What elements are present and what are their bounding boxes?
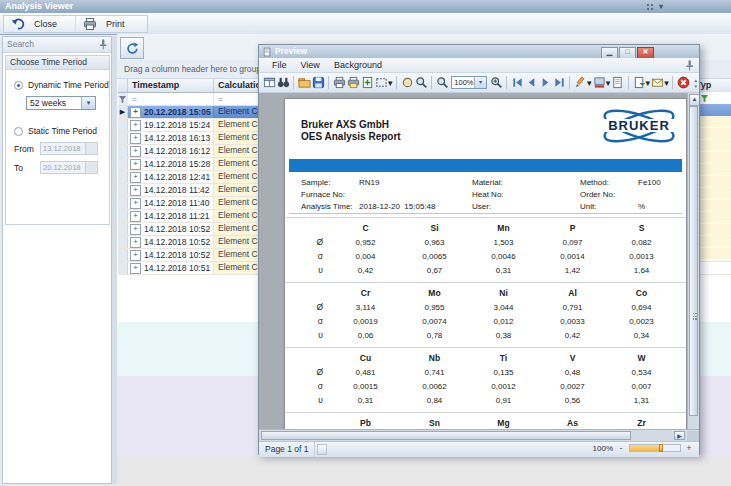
background-color-button[interactable]: ▾	[592, 75, 611, 90]
typ-selected-cell[interactable]	[695, 104, 731, 116]
printer-icon	[83, 17, 97, 31]
open-button[interactable]	[297, 75, 311, 90]
vertical-scrollbar[interactable]: ▲	[687, 93, 699, 429]
expand-icon[interactable]	[130, 250, 141, 261]
timestamp-filter-cell[interactable]: =	[128, 93, 214, 105]
magnifier-button[interactable]	[414, 75, 428, 90]
exit-preview-button[interactable]	[676, 75, 690, 90]
timestamp-cell[interactable]: 14.12.2018 10:52	[128, 249, 214, 261]
timestamp-cell[interactable]: 14.12.2018 11:40	[128, 197, 214, 209]
zoom-out-button[interactable]: -	[617, 443, 625, 453]
expand-icon[interactable]	[130, 185, 141, 196]
page-layout-button[interactable]	[262, 75, 276, 90]
expand-icon[interactable]	[130, 263, 141, 274]
page-setup-button[interactable]	[360, 75, 374, 90]
preview-titlebar[interactable]: Preview ▁ □ ✕	[259, 45, 699, 58]
timestamp-cell[interactable]: 14.12.2018 16:13	[128, 132, 214, 144]
filter-funnel-icon[interactable]	[118, 93, 128, 105]
expand-icon[interactable]	[130, 120, 141, 131]
weeks-dropdown[interactable]: 52 weeks ▾	[26, 96, 96, 110]
expand-icon[interactable]	[130, 224, 141, 235]
send-email-button[interactable]: ▾	[651, 75, 670, 90]
menu-item[interactable]: File	[265, 58, 294, 72]
zoom-in-button[interactable]	[489, 75, 503, 90]
watermark-button[interactable]: ▾	[573, 75, 592, 90]
chevron-down-icon[interactable]: ▾	[81, 97, 95, 109]
to-date-field[interactable]: 20.12.2018	[40, 161, 98, 174]
refresh-button[interactable]	[120, 37, 144, 59]
previous-page-button[interactable]	[524, 75, 538, 90]
chevron-down-icon[interactable]: ▾	[474, 77, 486, 88]
timestamp-cell[interactable]: 14.12.2018 16:12	[128, 145, 214, 157]
horizontal-scrollbar[interactable]: ▶	[259, 429, 699, 441]
typ-column-header[interactable]: Typ	[695, 79, 731, 92]
close-button[interactable]: Close	[4, 16, 75, 32]
expand-icon[interactable]	[130, 146, 141, 157]
timestamp-cell[interactable]: 14.12.2018 15:28	[128, 158, 214, 170]
next-page-button[interactable]	[538, 75, 552, 90]
info-label: Heat No:	[472, 190, 530, 202]
scroll-up-icon[interactable]: ▲	[689, 94, 699, 106]
print-button[interactable]: Print	[75, 16, 147, 32]
expand-icon[interactable]	[130, 237, 141, 248]
panel-splitter[interactable]	[112, 36, 117, 484]
expand-icon[interactable]	[130, 172, 141, 183]
menu-item[interactable]: Background	[327, 58, 389, 72]
element-symbol: C	[331, 223, 400, 233]
menu-item[interactable]: View	[294, 58, 327, 72]
from-label: From	[14, 144, 40, 154]
print-direct-button[interactable]	[346, 75, 360, 90]
calendar-button[interactable]	[85, 143, 97, 154]
expand-icon[interactable]	[130, 107, 141, 118]
timestamp-value: 14.12.2018 16:13	[144, 133, 210, 144]
zoom-out-button[interactable]	[435, 75, 449, 90]
first-page-button[interactable]	[510, 75, 524, 90]
magnifier-icon	[415, 76, 428, 89]
timestamp-cell[interactable]: 14.12.2018 11:42	[128, 184, 214, 196]
radio-unselected-icon[interactable]	[14, 127, 23, 136]
timestamp-cell[interactable]: 14.12.2018 10:51	[128, 262, 214, 274]
calendar-button[interactable]	[85, 162, 97, 173]
hand-tool-button[interactable]	[400, 75, 414, 90]
page-view-button[interactable]	[611, 75, 625, 90]
pin-icon[interactable]	[98, 39, 108, 50]
radio-selected-icon[interactable]	[14, 81, 23, 90]
zoom-slider[interactable]	[629, 444, 681, 452]
last-page-button[interactable]	[552, 75, 566, 90]
expand-icon[interactable]	[130, 211, 141, 222]
save-button[interactable]	[311, 75, 325, 90]
scrollbar-thumb[interactable]	[689, 106, 698, 416]
timestamp-value: 14.12.2018 12:41	[144, 172, 210, 183]
find-button[interactable]	[276, 75, 290, 90]
timestamp-cell[interactable]: 14.12.2018 10:52	[128, 223, 214, 235]
timestamp-cell[interactable]: 14.12.2018 12:41	[128, 171, 214, 183]
toolbar-overflow-button[interactable]: ▴▾	[692, 75, 699, 90]
expand-icon[interactable]	[130, 198, 141, 209]
print-button[interactable]	[332, 75, 346, 90]
zoom-combo[interactable]: 100% ▾	[451, 76, 487, 89]
dynamic-time-period-option[interactable]: Dynamic Time Period	[14, 80, 109, 90]
stat-label: Ø	[285, 237, 331, 247]
scroll-right-icon[interactable]: ▶	[674, 431, 685, 440]
toolbar-options[interactable]: ▾	[646, 1, 663, 12]
bruker-logo: BRUKER	[598, 103, 680, 149]
expand-icon[interactable]	[130, 159, 141, 170]
zoom-slider-knob[interactable]	[659, 444, 663, 452]
element-value: 0,097	[538, 238, 607, 247]
element-value: 0,082	[607, 238, 676, 247]
timestamp-cell[interactable]: 14.12.2018 11:21	[128, 210, 214, 222]
expand-icon[interactable]	[130, 133, 141, 144]
element-value: 0,48	[538, 368, 607, 377]
from-date-field[interactable]: 13.12.2018	[40, 142, 98, 155]
zoom-in-button[interactable]: +	[685, 443, 693, 453]
element-value: 0,0012	[469, 382, 538, 391]
timestamp-column-header[interactable]: Timestamp	[128, 79, 214, 92]
timestamp-cell[interactable]: 19.12.2018 15:24	[128, 119, 214, 131]
static-time-period-option[interactable]: Static Time Period	[14, 126, 109, 136]
timestamp-cell[interactable]: 14.12.2018 10:52	[128, 236, 214, 248]
export-button[interactable]: ▾	[632, 75, 651, 90]
scrollbar-thumb[interactable]	[261, 431, 631, 440]
scale-button[interactable]: ▾	[374, 75, 393, 90]
timestamp-cell[interactable]: 20.12.2018 15:05	[128, 106, 214, 118]
pin-icon[interactable]	[685, 60, 694, 71]
